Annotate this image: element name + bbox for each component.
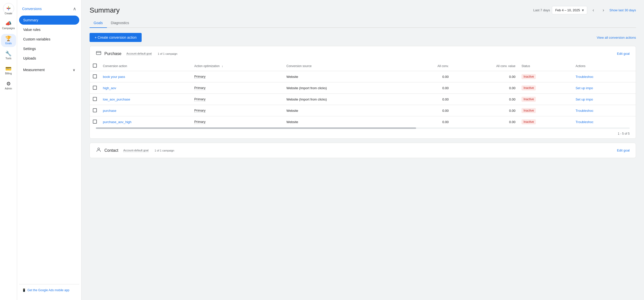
row-conversion-action-4: purchase_aov_high [100,116,191,128]
contact-goal-campaign[interactable]: 1 of 1 campaign [154,149,174,152]
billing-label: Billing [5,72,12,75]
action-link-3[interactable]: Troubleshoc [576,109,593,113]
header-action-optimization[interactable]: Action optimization ↓ [191,61,283,71]
select-all-checkbox[interactable] [93,64,97,68]
tab-goals[interactable]: Goals [90,18,107,28]
row-all-conv-4: 0.00 [406,116,452,128]
header-conversion-source: Conversion source [284,61,406,71]
purchase-goal-header: Purchase Account-default goal 1 of 1 cam… [90,46,636,61]
row-status-3: Inactive [518,105,573,116]
contact-goal-title: Contact [104,148,118,153]
pagination: 1 - 5 of 5 [90,129,636,138]
show-last-30-link[interactable]: Show last 30 days [609,8,636,12]
conversion-action-link-2[interactable]: low_aov_purchase [103,97,130,101]
row-all-conv-3: 0.00 [406,105,452,116]
sidebar-item-settings[interactable]: Settings [19,44,79,53]
sidebar-item-campaigns[interactable]: 📣 Campaigns [1,19,16,32]
billing-icon: 💳 [5,66,12,71]
row-action-2: Set up impo [573,94,636,105]
header-checkbox-cell [90,61,100,71]
sidebar-header: Conversions ∧ [19,4,79,16]
sort-icon: ↓ [222,64,223,68]
row-all-conv-value-3: 0.00 [452,105,518,116]
tools-icon: 🔧 [5,51,12,56]
row-action-optimization-2: Primary [191,94,283,105]
row-conversion-action-3: purchase [100,105,191,116]
conversion-action-link-4[interactable]: purchase_aov_high [103,120,131,124]
row-action-4: Troubleshoc [573,116,636,128]
sidebar-item-summary[interactable]: Summary [19,16,79,25]
row-conversion-action-2: low_aov_purchase [100,94,191,105]
row-conversion-action-0: book your pass [100,71,191,82]
row-checkbox-1[interactable] [93,86,97,90]
contact-goal-badge: Account-default goal [123,149,148,152]
table-row: high_aov Primary Website (Import from cl… [90,82,636,94]
purchase-goal-badge: Account-default goal [127,52,152,55]
sidebar-section-measurement[interactable]: Measurement ∨ [19,65,79,74]
header-all-conv-value: All conv. value [452,61,518,71]
row-checkbox-4[interactable] [93,120,97,124]
contact-goal-header: Contact Account-default goal 1 of 1 camp… [90,143,636,158]
date-picker[interactable]: Feb 4 – 10, 2025 ▾ [552,6,587,14]
mobile-app-label: Get the Google Ads mobile app [27,288,69,292]
row-conversion-source-2: Website (Import from clicks) [284,94,406,105]
row-checkbox-cell-1 [90,82,100,94]
row-checkbox-2[interactable] [93,97,97,101]
sidebar-item-value-rules[interactable]: Value rules [19,25,79,34]
tabs: Goals Diagnostics [90,18,636,28]
action-link-0[interactable]: Troubleshoc [576,75,593,79]
purchase-edit-goal-link[interactable]: Edit goal [617,52,630,56]
scroll-indicator[interactable] [96,127,630,129]
conversion-action-link-3[interactable]: purchase [103,109,116,113]
conversion-action-link-0[interactable]: book your pass [103,75,125,79]
row-all-conv-value-2: 0.00 [452,94,518,105]
conversion-action-link-1[interactable]: high_aov [103,86,116,90]
row-action-optimization-0: Primary [191,71,283,82]
row-conversion-source-0: Website [284,71,406,82]
prev-date-button[interactable]: ‹ [589,6,597,14]
row-checkbox-3[interactable] [93,108,97,112]
measurement-chevron-icon: ∨ [73,68,75,72]
svg-rect-3 [96,52,101,55]
row-action-optimization-1: Primary [191,82,283,94]
mobile-app-link[interactable]: 📱 Get the Google Ads mobile app [22,288,76,292]
status-badge-4: Inactive [521,119,536,124]
sidebar-title: Conversions [22,7,42,11]
sidebar: Conversions ∧ Summary Value rules Custom… [17,0,82,300]
row-action-3: Troubleshoc [573,105,636,116]
sidebar-item-uploads[interactable]: Uploads [19,54,79,63]
goals-icon: 🏆 [5,36,12,41]
action-link-4[interactable]: Troubleshoc [576,120,593,124]
header-conversion-action: Conversion action [100,61,191,71]
measurement-label: Measurement [23,68,45,72]
row-action-1: Set up impo [573,82,636,94]
action-bar: + Create conversion action View all conv… [90,33,636,42]
action-link-1[interactable]: Set up impo [576,86,593,90]
table-row: book your pass Primary Website 0.00 0.00… [90,71,636,82]
primary-badge-2: Primary [194,97,206,101]
sidebar-item-admin[interactable]: ⚙ Admin [1,79,16,92]
sidebar-item-custom-variables[interactable]: Custom variables [19,35,79,44]
sidebar-item-billing[interactable]: 💳 Billing [1,64,16,77]
create-conversion-action-button[interactable]: + Create conversion action [90,33,142,42]
sidebar-item-tools[interactable]: 🔧 Tools [1,49,16,62]
row-checkbox-0[interactable] [93,74,97,78]
next-date-button[interactable]: › [599,6,607,14]
admin-label: Admin [5,87,12,90]
view-all-link[interactable]: View all conversion actions [597,36,636,39]
goals-label: Goals [5,42,12,45]
contact-edit-goal-link[interactable]: Edit goal [617,148,630,152]
table-row: purchase Primary Website 0.00 0.00 Inact… [90,105,636,116]
purchase-goal-card: Purchase Account-default goal 1 of 1 cam… [90,46,636,139]
sidebar-item-goals[interactable]: 🏆 Goals [1,34,16,47]
row-conversion-source-1: Website (Import from clicks) [284,82,406,94]
primary-badge-3: Primary [194,109,206,113]
primary-badge-4: Primary [194,120,206,124]
sidebar-collapse-icon[interactable]: ∧ [73,6,76,12]
svg-point-4 [98,148,99,150]
tab-diagnostics[interactable]: Diagnostics [107,18,133,28]
purchase-goal-title: Purchase [104,52,122,56]
action-link-2[interactable]: Set up impo [576,97,593,101]
purchase-goal-campaign[interactable]: 1 of 1 campaign [158,52,177,55]
header-actions: Actions [573,61,636,71]
